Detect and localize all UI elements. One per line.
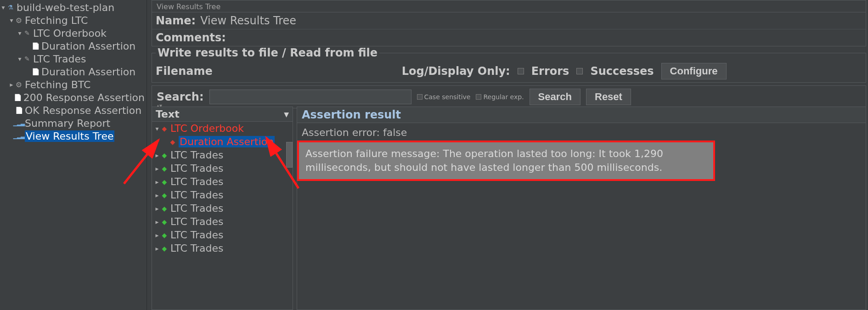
tree-item-label: View Results Tree <box>25 130 114 142</box>
doc-icon <box>15 106 23 114</box>
gear-icon <box>15 80 23 89</box>
comments-label: Comments: <box>156 31 226 44</box>
tree-item-label: 200 Response Assertion <box>23 92 145 103</box>
tree-item-label: LTC Trades <box>33 53 86 65</box>
tree-item[interactable]: Duration Assertion <box>0 39 147 52</box>
tree-item[interactable]: Summary Report <box>0 117 147 130</box>
case-checkbox[interactable] <box>417 94 423 100</box>
tree-toggle-icon[interactable]: ▸ <box>154 152 160 159</box>
tree-item[interactable]: ▾Fetching LTC <box>0 14 147 27</box>
tree-toggle-icon[interactable]: ▾ <box>0 4 6 11</box>
tree-toggle-icon[interactable]: ▸ <box>154 178 160 186</box>
status-shield-icon <box>160 164 169 173</box>
tree-toggle-icon[interactable]: ▸ <box>154 231 160 239</box>
filename-label: Filename <box>156 65 213 78</box>
result-row[interactable]: ▸LTC Trades <box>152 242 293 255</box>
file-fieldset: Write results to file / Read from file F… <box>152 46 866 83</box>
tree-item[interactable]: 200 Response Assertion <box>0 91 147 104</box>
tree-item-label: Fetching BTC <box>25 79 90 90</box>
chart-icon <box>15 132 23 140</box>
reset-button[interactable]: Reset <box>586 89 631 105</box>
panel-title: View Results Tree <box>152 0 866 12</box>
successes-label: Successes <box>590 65 654 78</box>
result-row[interactable]: ▸LTC Trades <box>152 188 293 202</box>
pencil-icon <box>23 55 31 63</box>
tree-item[interactable]: ▾LTC Trades <box>0 52 147 65</box>
assertion-detail-header: Assertion result <box>297 107 866 123</box>
search-strip: Search: Case sensitive Regular exp. Sear… <box>152 85 866 108</box>
doc-icon <box>31 42 39 50</box>
failure-message-callout: Assertion failure message: The operation… <box>297 141 715 181</box>
result-row[interactable]: ▸LTC Trades <box>152 215 293 228</box>
assertion-detail-panel: Assertion result Assertion error: false … <box>297 107 866 310</box>
tree-toggle-icon[interactable]: ▸ <box>154 165 160 172</box>
form-area: Name: View Results Tree Comments: <box>152 12 866 46</box>
tree-item-label: build-web-test-plan <box>17 2 114 13</box>
tree-toggle-icon[interactable]: ▸ <box>154 245 160 252</box>
result-row[interactable]: ▸LTC Trades <box>152 162 293 175</box>
configure-button[interactable]: Configure <box>661 63 727 79</box>
result-row[interactable]: ▸LTC Trades <box>152 175 293 188</box>
tree-toggle-icon[interactable]: ▸ <box>154 192 160 199</box>
tree-item-label: Fetching LTC <box>25 15 88 26</box>
result-row[interactable]: ▾LTC Orderbook <box>152 122 293 135</box>
tree-item[interactable]: ▾build-web-test-plan <box>0 1 147 14</box>
tree-item[interactable]: View Results Tree <box>0 130 147 142</box>
file-legend: Write results to file / Read from file <box>156 46 379 59</box>
result-row-label: Duration Assertion <box>179 136 275 147</box>
results-column-header-label: Text <box>156 108 180 120</box>
status-shield-icon <box>160 204 169 213</box>
search-label: Search: <box>157 90 204 103</box>
results-tree-body[interactable]: ▾LTC OrderbookDuration Assertion▸LTC Tra… <box>152 122 293 310</box>
result-row-label: LTC Trades <box>170 149 223 161</box>
search-button[interactable]: Search <box>530 89 581 105</box>
tree-toggle-icon[interactable]: ▾ <box>8 17 15 24</box>
tree-toggle-icon[interactable]: ▸ <box>154 218 160 225</box>
tree-toggle-icon[interactable]: ▸ <box>154 205 160 212</box>
status-shield-icon <box>160 178 169 186</box>
status-shield-icon <box>160 124 169 133</box>
result-row-label: LTC Orderbook <box>170 123 244 134</box>
regex-checkbox[interactable] <box>476 94 481 100</box>
doc-icon <box>31 68 39 76</box>
tree-item[interactable]: Duration Assertion <box>0 65 147 78</box>
tree-item-label: Summary Report <box>25 118 110 129</box>
tree-toggle-icon[interactable]: ▾ <box>17 29 23 37</box>
tree-toggle-icon[interactable]: ▾ <box>17 55 23 62</box>
result-row-label: LTC Trades <box>170 216 223 227</box>
sort-indicator-icon[interactable]: ▼ <box>284 111 289 118</box>
results-tree-panel: Text ▼ ▾LTC OrderbookDuration Assertion▸… <box>152 107 293 310</box>
result-row[interactable]: Duration Assertion <box>152 135 293 148</box>
errors-checkbox[interactable] <box>518 68 524 74</box>
case-label: Case sensitive <box>424 93 471 101</box>
result-row-label: LTC Trades <box>170 189 223 201</box>
search-input[interactable] <box>209 90 411 104</box>
chart-icon <box>15 119 23 127</box>
result-row-label: LTC Trades <box>170 163 223 174</box>
test-plan-tree: ▾build-web-test-plan▾Fetching LTC▾LTC Or… <box>0 0 147 310</box>
doc-icon <box>14 93 22 101</box>
results-split: Text ▼ ▾LTC OrderbookDuration Assertion▸… <box>152 107 866 310</box>
tree-item[interactable]: OK Response Assertion <box>0 104 147 117</box>
name-value[interactable]: View Results Tree <box>200 14 296 27</box>
name-label: Name: <box>156 14 196 27</box>
result-row[interactable]: ▸LTC Trades <box>152 202 293 215</box>
tree-item[interactable]: ▾LTC Orderbook <box>0 27 147 39</box>
errors-label: Errors <box>531 65 569 78</box>
scrollbar-thumb[interactable] <box>286 142 293 168</box>
tree-toggle-icon[interactable]: ▸ <box>8 81 15 88</box>
tree-item-label: Duration Assertion <box>41 40 135 52</box>
tree-item[interactable]: ▸Fetching BTC <box>0 78 147 91</box>
status-shield-icon <box>160 244 169 253</box>
status-shield-icon <box>160 191 169 199</box>
result-row[interactable]: ▸LTC Trades <box>152 148 293 162</box>
tree-toggle-icon[interactable]: ▾ <box>154 125 160 132</box>
result-row-label: LTC Trades <box>170 242 223 254</box>
result-row[interactable]: ▸LTC Trades <box>152 228 293 242</box>
status-shield-icon <box>169 138 177 146</box>
successes-checkbox[interactable] <box>576 68 583 74</box>
gear-icon <box>15 16 23 24</box>
pencil-icon <box>23 29 31 37</box>
results-column-header[interactable]: Text ▼ <box>152 107 293 122</box>
tree-item-label: LTC Orderbook <box>33 28 107 39</box>
